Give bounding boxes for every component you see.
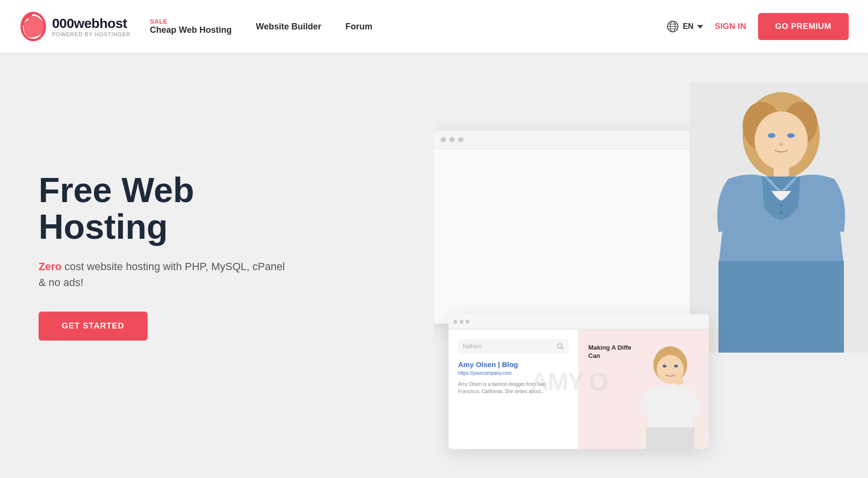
svg-point-13 — [779, 143, 783, 146]
nav-website-builder[interactable]: Website Builder — [256, 16, 322, 38]
nav-forum-link[interactable]: Forum — [345, 16, 372, 38]
svg-point-11 — [768, 133, 775, 138]
hero-section: Free Web Hosting Zero cost website hosti… — [0, 54, 868, 478]
hero-subtitle-rest: cost website hosting with PHP, MySQL, cP… — [39, 260, 285, 288]
nav-website-builder-link[interactable]: Website Builder — [256, 16, 322, 38]
logo[interactable]: 000webhost POWERED BY HOSTINGER — [19, 10, 131, 43]
svg-point-24 — [663, 365, 666, 368]
language-selector[interactable]: EN — [666, 20, 703, 33]
browser-second-dot-3 — [466, 320, 470, 324]
person-second-svg — [632, 343, 709, 449]
globe-icon — [666, 20, 679, 33]
nav-cheap-hosting[interactable]: SALE Cheap Web Hosting — [150, 18, 232, 35]
svg-point-26 — [674, 378, 684, 385]
main-nav: SALE Cheap Web Hosting Website Builder F… — [150, 16, 666, 38]
lang-code: EN — [683, 22, 693, 31]
hero-visuals: fashion Amy Olsen | Blog https://yourcom… — [434, 54, 868, 478]
svg-rect-18 — [719, 261, 844, 353]
svg-point-12 — [787, 133, 795, 138]
logo-icon — [19, 10, 47, 43]
hero-content: Free Web Hosting Zero cost website hosti… — [39, 172, 289, 341]
browser-dot-2 — [449, 137, 455, 142]
browser-second-toolbar — [448, 314, 709, 329]
browser-second-dot-2 — [460, 320, 463, 324]
site-header: 000webhost POWERED BY HOSTINGER SALE Che… — [0, 0, 868, 53]
svg-point-17 — [780, 211, 783, 214]
hero-title: Free Web Hosting — [39, 172, 289, 245]
nav-cheap-hosting-link[interactable]: Cheap Web Hosting — [150, 25, 232, 35]
browser-dot-1 — [441, 137, 446, 142]
svg-point-25 — [674, 365, 678, 368]
sign-in-button[interactable]: SIGN IN — [715, 22, 746, 31]
header-right: EN SIGN IN GO PREMIUM — [666, 13, 849, 40]
logo-name: 000webhost — [52, 16, 131, 31]
nav-sale-label: SALE — [150, 18, 232, 25]
chevron-down-icon — [697, 24, 703, 29]
browser-dot-3 — [458, 137, 463, 142]
svg-point-16 — [780, 204, 783, 207]
person-main-svg — [690, 82, 868, 353]
hero-subtitle: Zero cost website hosting with PHP, MySQ… — [39, 259, 289, 290]
svg-line-20 — [562, 348, 564, 350]
amy-watermark: AMY O — [530, 367, 608, 396]
logo-powered-by: POWERED BY HOSTINGER — [52, 31, 131, 37]
browser-second-dot-1 — [453, 320, 457, 324]
nav-forum[interactable]: Forum — [345, 16, 372, 38]
svg-rect-27 — [646, 427, 694, 449]
blog-search-bar: fashion — [458, 339, 569, 354]
get-started-button[interactable]: GET STARTED — [39, 312, 148, 341]
search-icon — [557, 343, 564, 350]
blog-search-text: fashion — [463, 343, 554, 350]
person-main-image — [690, 82, 868, 353]
svg-rect-15 — [773, 162, 789, 177]
go-premium-button[interactable]: GO PREMIUM — [758, 13, 849, 40]
hero-zero-text: Zero — [39, 260, 62, 273]
